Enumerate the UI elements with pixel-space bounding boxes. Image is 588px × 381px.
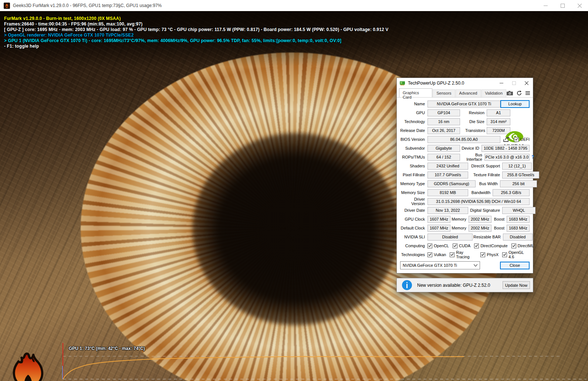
gpuz-titlebar[interactable]: TechPowerUp GPU-Z 2.50.0: [397, 78, 533, 88]
default-clock-row: Default Clock 1607 MHz Memory 2002 MHz B…: [400, 224, 530, 232]
shaders-value: 2432 Unified: [428, 163, 468, 170]
memory-type-label: Memory Type: [400, 181, 428, 186]
bus-width-label: Bus Width: [476, 181, 500, 186]
directcompute-checkbox[interactable]: [474, 244, 479, 248]
refresh-icon[interactable]: [517, 91, 522, 96]
bios-export-icon[interactable]: [503, 137, 510, 142]
die-size-label: Die Size: [465, 119, 487, 124]
gpu-clock-memory-value: 2002 MHz: [469, 216, 491, 223]
sli-value: Disabled: [428, 234, 473, 241]
tab-sensors[interactable]: Sensors: [433, 89, 455, 97]
furmark-app-icon: [4, 3, 10, 9]
bios-row: BIOS Version 86.04.85.00.A0 UEFI: [400, 135, 530, 144]
osd-line-4: > GPU 1 (NVIDIA GeForce GTX 1070 Ti) - c…: [4, 38, 388, 44]
ray-tracing-checkbox[interactable]: [450, 252, 454, 257]
osd-line-5: - F1: toggle help: [4, 44, 388, 49]
furmark-titlebar[interactable]: Geeks3D FurMark v1.29.0.0 - 96FPS, GPU1 …: [0, 0, 588, 11]
memory-size-label: Memory Size: [400, 190, 428, 195]
uefi-checkbox-group[interactable]: UEFI: [514, 137, 530, 142]
driver-date-value: Nov 13, 2022: [428, 207, 468, 214]
pixel-fillrate-row: Pixel Fillrate 107.7 GPixel/s Texture Fi…: [400, 170, 530, 179]
directml-checkbox-group[interactable]: DirectML: [511, 244, 534, 248]
osd-line-0: FurMark v1.29.0.0 - Burn-in test, 1600x1…: [4, 16, 388, 21]
opengl-checkbox-group[interactable]: OpenGL 4.6: [502, 250, 530, 259]
texture-fillrate-value: 255.8 GTexel/s: [502, 171, 539, 178]
memory-type-value: GDDR5 (Samsung): [428, 180, 476, 187]
opencl-checkbox-group[interactable]: OpenCL: [428, 244, 449, 248]
ray-tracing-checkbox-group[interactable]: Ray Tracing: [450, 250, 477, 259]
close-icon[interactable]: [571, 0, 588, 11]
revision-label: Revision: [465, 110, 487, 115]
osd-text-block: FurMark v1.29.0.0 - Burn-in test, 1600x1…: [4, 16, 388, 49]
default-clock-label: Default Clock: [400, 226, 428, 230]
physx-checkbox[interactable]: [480, 252, 485, 257]
close-button[interactable]: Close: [500, 262, 530, 269]
gpuz-window-title: TechPowerUp GPU-Z 2.50.0: [408, 81, 464, 86]
driver-version-label: Driver Version: [400, 197, 428, 206]
gpuz-maximize-icon: [508, 78, 520, 88]
menu-icon[interactable]: [526, 91, 530, 95]
minimize-icon[interactable]: [537, 0, 554, 11]
directx-label: DirectX Support: [468, 164, 502, 168]
directml-checkbox[interactable]: [511, 244, 516, 248]
device-id-label: Device ID: [461, 146, 481, 150]
opencl-checkbox[interactable]: [428, 244, 432, 248]
sli-row: NVIDIA SLI Disabled Resizable BAR Disabl…: [400, 232, 530, 241]
shaders-row: Shaders 2432 Unified DirectX Support 12 …: [400, 161, 530, 170]
subvendor-row: Subvendor Gigabyte Device ID 10DE 1B82 -…: [400, 144, 530, 153]
tab-graphics-card[interactable]: Graphics Card: [399, 88, 432, 97]
gpuz-graphics-card-panel: Name NVIDIA GeForce GTX 1070 Ti Lookup G…: [397, 98, 533, 269]
info-icon: [402, 280, 412, 290]
cuda-checkbox-group[interactable]: CUDA: [453, 244, 470, 248]
gpu-clock-label: GPU Clock: [400, 217, 428, 221]
maximize-icon[interactable]: [554, 0, 571, 11]
memory-size-value: 8192 MB: [428, 189, 468, 196]
tab-validation[interactable]: Validation: [481, 89, 507, 97]
release-date-label: Release Date: [400, 128, 428, 133]
gpuz-app-icon: [400, 81, 406, 86]
bios-label: BIOS Version: [400, 137, 428, 142]
gpuz-minimize-icon[interactable]: [495, 78, 508, 88]
driver-date-row: Driver Date Nov 13, 2022 Digital Signatu…: [400, 206, 530, 215]
physx-checkbox-group[interactable]: PhysX: [480, 252, 499, 257]
memory-type-row: Memory Type GDDR5 (Samsung) Bus Width 25…: [400, 179, 530, 188]
digital-signature-value: WHQL: [502, 207, 535, 214]
lookup-button[interactable]: Lookup: [500, 100, 530, 108]
bus-interface-help-icon[interactable]: ?: [531, 154, 534, 160]
subvendor-value: Gigabyte: [428, 145, 460, 152]
osd-line-2: [ GPU-Z ] core: 1695 MHz - mem: 2003 MHz…: [4, 27, 388, 33]
opengl-checkbox[interactable]: [502, 252, 507, 257]
screenshot-camera-icon[interactable]: [507, 91, 513, 95]
device-id-value: 10DE 1B82 - 1458 3795: [481, 145, 530, 152]
directcompute-checkbox-group[interactable]: DirectCompute: [474, 244, 507, 248]
rebar-value: Disabled: [503, 234, 533, 241]
technologies-row: Technologies Vulkan Ray Tracing PhysX Op…: [400, 250, 530, 259]
osd-line-3: > OpenGL renderer: NVIDIA GeForce GTX 10…: [4, 33, 388, 38]
memory-size-row: Memory Size 8192 MB Bandwidth 256.3 GB/s: [400, 188, 530, 197]
cuda-label: CUDA: [459, 244, 470, 248]
driver-date-label: Driver Date: [400, 208, 428, 212]
gpu-clock-boost-label: Boost: [493, 217, 507, 221]
tab-advanced[interactable]: Advanced: [456, 89, 481, 97]
subvendor-label: Subvendor: [400, 146, 428, 150]
gpu-label: GPU: [400, 110, 428, 115]
gpuz-close-icon[interactable]: [520, 78, 533, 88]
card-selector-dropdown[interactable]: NVIDIA GeForce GTX 1070 Ti: [400, 261, 480, 269]
cuda-checkbox[interactable]: [453, 244, 457, 248]
default-clock-memory-value: 2002 MHz: [469, 225, 491, 232]
computing-row: Computing OpenCL CUDA DirectCompute Dire…: [400, 241, 530, 250]
sli-label: NVIDIA SLI: [400, 235, 428, 239]
default-clock-boost-label: Boost: [493, 226, 507, 230]
uefi-checkbox[interactable]: [514, 137, 519, 142]
update-now-button[interactable]: Update Now: [503, 281, 530, 289]
pixel-fillrate-label: Pixel Fillrate: [400, 173, 428, 177]
technology-row: Technology 16 nm Die Size 314 mm²: [400, 117, 530, 126]
default-clock-boost-value: 1683 MHz: [507, 225, 530, 232]
gpu-clock-row: GPU Clock 1607 MHz Memory 2002 MHz Boost…: [400, 215, 530, 224]
vulkan-checkbox[interactable]: [428, 252, 432, 257]
gpu-value: GP104: [428, 109, 460, 116]
technology-label: Technology: [400, 119, 428, 124]
vulkan-checkbox-group[interactable]: Vulkan: [428, 252, 446, 257]
bandwidth-label: Bandwidth: [468, 190, 493, 195]
opengl-label: OpenGL 4.6: [508, 250, 530, 259]
